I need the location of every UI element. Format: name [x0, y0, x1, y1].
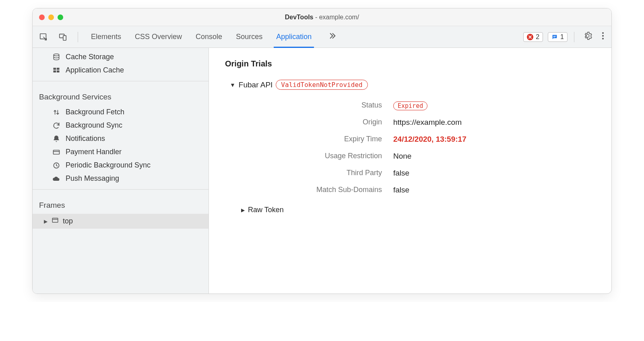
- kebab-menu-button[interactable]: [599, 31, 607, 42]
- cloud-icon: [52, 175, 61, 183]
- svg-rect-15: [52, 218, 58, 223]
- svg-point-5: [602, 32, 604, 34]
- messages-count: 1: [560, 33, 564, 41]
- device-toggle-icon[interactable]: [57, 33, 69, 41]
- sidebar-item-label: Background Fetch: [66, 108, 124, 116]
- inspect-element-icon[interactable]: [37, 33, 50, 41]
- svg-rect-12: [57, 70, 60, 72]
- bell-icon: [52, 135, 61, 143]
- sidebar-item-label: Push Messaging: [66, 174, 119, 183]
- svg-rect-9: [54, 68, 56, 70]
- toolbar-right: 2 1: [523, 31, 607, 42]
- usage-value: None: [393, 152, 595, 161]
- panel-body: Cache Storage Application Cache Backgrou…: [33, 48, 611, 293]
- sidebar-item-application-cache[interactable]: Application Cache: [33, 64, 208, 77]
- sidebar-item-periodic-bg-sync[interactable]: Periodic Background Sync: [33, 159, 208, 172]
- errors-count: 2: [536, 33, 539, 41]
- chevron-down-icon: ▼: [230, 82, 235, 88]
- titlebar: DevTools - example.com/: [33, 8, 611, 26]
- sidebar-item-cache-storage[interactable]: Cache Storage: [33, 50, 208, 64]
- sidebar-item-background-sync[interactable]: Background Sync: [33, 119, 208, 132]
- application-main: Origin Trials ▼ Fubar API ValidTokenNotP…: [209, 48, 611, 293]
- sidebar-item-label: Periodic Background Sync: [66, 161, 151, 169]
- sidebar-item-label: Notifications: [66, 134, 105, 143]
- main-toolbar: Elements CSS Overview Console Sources Ap…: [33, 26, 611, 48]
- chevron-right-icon: ▶: [44, 219, 47, 224]
- settings-button[interactable]: [581, 31, 594, 42]
- sidebar-section-frames: Frames: [33, 194, 208, 214]
- tabs-overflow-icon[interactable]: [325, 32, 338, 42]
- usage-label: Usage Restriction: [253, 152, 382, 161]
- subdomains-label: Match Sub-Domains: [253, 186, 382, 194]
- frame-label: top: [63, 217, 73, 225]
- tab-elements[interactable]: Elements: [91, 26, 121, 48]
- sidebar-item-label: Payment Handler: [66, 148, 122, 156]
- status-badge: Expired: [393, 101, 427, 110]
- expiry-value: 24/12/2020, 13:59:17: [393, 135, 595, 144]
- minimize-window-button[interactable]: [48, 14, 54, 20]
- window-title-url: example.com/: [319, 14, 359, 21]
- svg-point-6: [602, 35, 604, 37]
- sidebar-item-label: Application Cache: [66, 66, 124, 74]
- zoom-window-button[interactable]: [58, 14, 63, 20]
- clock-icon: [52, 161, 61, 169]
- svg-point-7: [602, 38, 604, 39]
- sidebar-item-background-fetch[interactable]: Background Fetch: [33, 105, 208, 119]
- origin-trial-row[interactable]: ▼ Fubar API ValidTokenNotProvided: [230, 80, 595, 90]
- svg-rect-0: [40, 33, 46, 39]
- sidebar-item-label: Background Sync: [66, 121, 122, 130]
- close-window-button[interactable]: [39, 14, 45, 20]
- subdomains-value: false: [393, 186, 595, 194]
- database-icon: [52, 53, 61, 61]
- sidebar-item-push-messaging[interactable]: Push Messaging: [33, 172, 208, 185]
- tab-console[interactable]: Console: [196, 26, 222, 48]
- raw-token-row[interactable]: ▶ Raw Token: [225, 206, 595, 214]
- trial-details: Status Expired Origin https://example.co…: [225, 101, 595, 194]
- svg-rect-10: [57, 68, 60, 70]
- card-icon: [52, 148, 61, 156]
- sidebar-separator: [33, 81, 208, 81]
- traffic-lights: [39, 14, 63, 20]
- toolbar-separator-2: [574, 32, 574, 42]
- expiry-label: Expiry Time: [253, 135, 382, 144]
- chevron-right-icon: ▶: [241, 207, 245, 213]
- sync-icon: [52, 122, 61, 130]
- application-sidebar: Cache Storage Application Cache Backgrou…: [33, 48, 209, 293]
- svg-rect-13: [54, 150, 60, 154]
- origin-value: https://example.com: [393, 118, 595, 127]
- tab-sources[interactable]: Sources: [236, 26, 262, 48]
- third-party-label: Third Party: [253, 169, 382, 178]
- window-title-prefix: DevTools: [285, 14, 314, 21]
- trial-status-badge: ValidTokenNotProvided: [276, 80, 367, 90]
- window-title: DevTools - example.com/: [33, 14, 611, 21]
- updown-icon: [52, 108, 61, 116]
- sidebar-item-notifications[interactable]: Notifications: [33, 132, 208, 145]
- page-title: Origin Trials: [225, 59, 595, 68]
- sidebar-section-bg-services: Background Services: [33, 85, 208, 105]
- status-value: Expired: [393, 101, 595, 110]
- window-icon: [52, 217, 59, 226]
- svg-rect-3: [553, 36, 556, 36]
- error-icon: [527, 34, 533, 40]
- errors-counter[interactable]: 2: [523, 32, 543, 42]
- tab-css-overview[interactable]: CSS Overview: [135, 26, 182, 48]
- svg-rect-2: [63, 35, 66, 40]
- messages-counter[interactable]: 1: [548, 32, 568, 42]
- raw-token-label: Raw Token: [248, 206, 284, 214]
- sidebar-item-label: Cache Storage: [66, 53, 114, 61]
- frame-row-top[interactable]: ▶ top: [33, 214, 208, 229]
- sidebar-separator-2: [33, 189, 208, 190]
- message-icon: [551, 34, 558, 40]
- origin-label: Origin: [253, 118, 382, 127]
- third-party-value: false: [393, 169, 595, 178]
- devtools-window: DevTools - example.com/ Elements CSS Ove…: [32, 8, 612, 294]
- svg-point-8: [54, 54, 59, 56]
- panel-tabs: Elements CSS Overview Console Sources Ap…: [87, 26, 338, 48]
- toolbar-separator: [78, 32, 78, 42]
- sidebar-item-payment-handler[interactable]: Payment Handler: [33, 145, 208, 159]
- grid-icon: [52, 66, 61, 74]
- svg-rect-4: [553, 37, 555, 37]
- trial-name: Fubar API: [239, 81, 273, 89]
- tab-application[interactable]: Application: [276, 26, 312, 48]
- svg-rect-11: [54, 70, 56, 72]
